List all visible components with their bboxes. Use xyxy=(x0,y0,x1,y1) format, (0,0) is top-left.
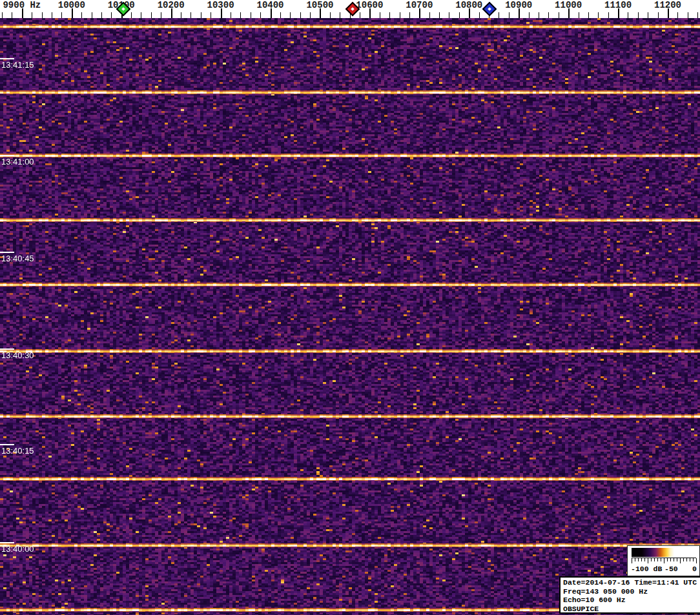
freq-tick xyxy=(131,12,132,18)
colorbar-tick xyxy=(677,558,677,561)
freq-tick-label: 10000 xyxy=(58,0,85,10)
colorbar-tick xyxy=(635,558,635,561)
freq-tick xyxy=(42,12,43,18)
marker-center-dot xyxy=(351,7,355,11)
freq-tick xyxy=(92,12,92,18)
freq-tick xyxy=(539,12,539,18)
time-tick xyxy=(0,155,14,156)
colorbar-tick xyxy=(638,558,639,561)
colorbar-label-max: 0 xyxy=(692,565,697,573)
colorbar-tick xyxy=(641,558,642,561)
freq-tick-label: 10800 xyxy=(455,0,482,10)
freq-tick-label: 10900 xyxy=(505,0,532,10)
freq-tick xyxy=(459,12,460,18)
colorbar-label-mid: -50 xyxy=(664,565,678,573)
colorbar-tick xyxy=(670,558,671,561)
freq-tick xyxy=(81,12,82,18)
freq-tick xyxy=(111,12,112,18)
freq-tick xyxy=(231,12,231,18)
freq-tick xyxy=(529,12,530,18)
spectrogram-canvas xyxy=(0,18,700,615)
colorbar-label-min: -100 dB xyxy=(631,565,662,573)
colorbar-tick xyxy=(674,558,674,561)
freq-tick xyxy=(579,12,579,18)
freq-tick xyxy=(300,12,301,18)
freq-tick xyxy=(598,12,599,18)
freq-tick xyxy=(439,12,440,18)
freq-tick xyxy=(638,12,639,18)
freq-tick xyxy=(161,12,161,18)
info-box: Date=2014-07-16 Time=11:41 UTC Freq=143 … xyxy=(559,576,700,614)
freq-tick xyxy=(340,12,340,18)
freq-tick xyxy=(688,12,688,18)
time-label: 13:40:45 xyxy=(1,254,34,263)
time-label: 13:40:15 xyxy=(1,446,34,456)
freq-tick-label: 11000 xyxy=(555,0,582,10)
colorbar: -100 dB -50 0 xyxy=(627,545,700,576)
freq-tick xyxy=(251,12,251,18)
freq-tick xyxy=(479,12,480,18)
freq-tick xyxy=(509,12,510,18)
freq-tick xyxy=(677,12,678,18)
freq-tick xyxy=(280,12,281,18)
freq-tick-label: 11100 xyxy=(604,0,632,10)
freq-tick xyxy=(449,12,449,18)
freq-tick xyxy=(151,12,152,18)
freq-tick xyxy=(360,12,360,18)
freq-tick xyxy=(141,12,141,18)
freq-tick xyxy=(201,12,201,18)
freq-tick xyxy=(310,12,311,18)
marker-blue-diamond[interactable] xyxy=(482,2,497,17)
freq-tick xyxy=(52,12,52,18)
frequency-ruler: 9900 Hz100001010010200103001040010500106… xyxy=(0,0,700,18)
colorbar-tick xyxy=(657,558,658,561)
freq-tick xyxy=(548,12,549,18)
colorbar-tick xyxy=(667,558,668,561)
freq-tick xyxy=(409,12,410,18)
freq-tick xyxy=(2,12,3,18)
time-label: 13:41:00 xyxy=(1,157,34,166)
time-label: 13:40:30 xyxy=(1,350,34,360)
time-tick xyxy=(0,252,14,253)
colorbar-labels: -100 dB -50 0 xyxy=(628,565,699,574)
freq-tick xyxy=(181,12,181,18)
freq-tick-label: 10200 xyxy=(158,0,185,10)
marker-center-dot xyxy=(121,7,125,11)
freq-tick xyxy=(211,12,211,18)
freq-tick xyxy=(697,12,698,18)
colorbar-tick xyxy=(693,558,694,561)
freq-tick xyxy=(628,12,628,18)
time-label: 13:40:00 xyxy=(1,544,34,554)
freq-tick-label: 10700 xyxy=(406,0,433,10)
freq-tick-label: 10300 xyxy=(207,0,234,10)
colorbar-tick xyxy=(680,558,681,563)
info-line-freq: Freq=143 050 000 Hz xyxy=(563,587,700,596)
freq-tick xyxy=(190,12,191,18)
colorbar-tick xyxy=(651,558,652,561)
colorbar-tick xyxy=(664,558,664,563)
time-tick xyxy=(0,348,14,350)
colorbar-tick xyxy=(686,558,687,561)
colorbar-tick xyxy=(654,558,655,561)
time-tick xyxy=(0,444,14,445)
colorbar-tick xyxy=(661,558,661,561)
freq-tick xyxy=(260,12,261,18)
colorbar-tick xyxy=(644,558,645,561)
freq-tick xyxy=(400,12,400,18)
spectrogram-viewer: 9900 Hz100001010010200103001040010500106… xyxy=(0,0,700,615)
freq-tick xyxy=(588,12,589,18)
colorbar-tick xyxy=(632,558,632,563)
freq-tick xyxy=(290,12,291,18)
freq-tick xyxy=(648,12,648,18)
time-label: 13:41:15 xyxy=(1,60,34,70)
freq-tick xyxy=(389,12,390,18)
colorbar-gradient xyxy=(632,548,696,557)
marker-center-dot xyxy=(488,7,491,11)
colorbar-tick xyxy=(696,558,697,563)
info-line-station: OBSUPICE xyxy=(563,605,700,614)
freq-tick xyxy=(499,12,499,18)
freq-tick xyxy=(12,12,12,18)
colorbar-ruler xyxy=(632,558,696,564)
freq-tick xyxy=(429,12,430,18)
freq-tick xyxy=(32,12,32,18)
